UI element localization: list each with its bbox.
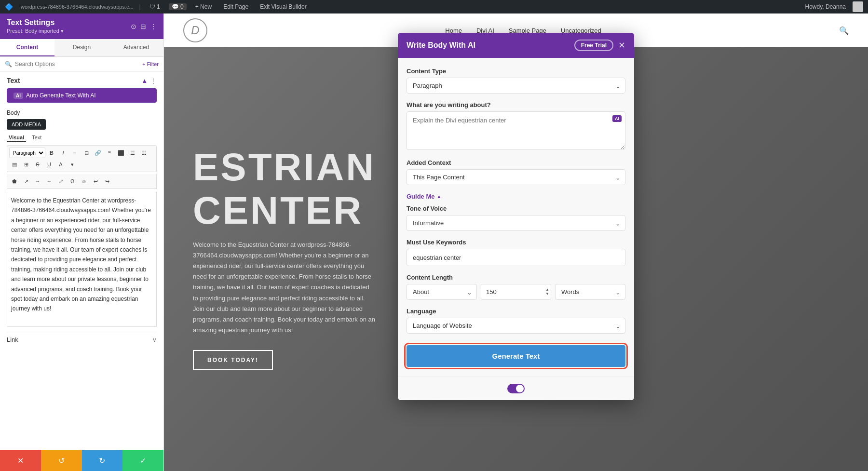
text-color-button[interactable]: A xyxy=(55,159,66,170)
new-button[interactable]: + New xyxy=(192,3,215,10)
words-select[interactable]: Words Sentences Paragraphs xyxy=(555,284,625,300)
number-down-button[interactable]: ▼ xyxy=(545,292,549,296)
link-chevron-icon[interactable]: ∨ xyxy=(152,336,157,343)
generate-text-button[interactable]: Generate Text xyxy=(407,345,625,367)
table-button[interactable]: ⊞ xyxy=(21,159,31,170)
about-select[interactable]: About Exactly At Least At Most xyxy=(407,284,477,300)
section-more-icon[interactable]: ⋮ xyxy=(150,77,157,84)
align-center-button[interactable]: ☰ xyxy=(127,148,138,158)
edit-page-button[interactable]: Edit Page xyxy=(220,3,251,10)
indent-button[interactable]: → xyxy=(32,176,43,187)
sidebar-focus-icon[interactable]: ⊙ xyxy=(131,23,136,30)
nav-search-icon[interactable]: 🔍 xyxy=(839,26,849,35)
book-today-button[interactable]: BOOK TODAY! xyxy=(193,350,273,370)
toggle-switch[interactable] xyxy=(507,384,525,393)
editor-text: Welcome to the Equestrian Center at word… xyxy=(11,197,151,312)
italic2-button[interactable]: ↗ xyxy=(21,176,31,187)
omega-button[interactable]: Ω xyxy=(67,176,78,187)
comments-item[interactable]: 💬 0 xyxy=(169,3,187,10)
align-right-button[interactable]: ☷ xyxy=(139,148,149,158)
free-trial-button[interactable]: Free Trial xyxy=(574,40,613,51)
section-collapse-icon[interactable]: ▲ xyxy=(141,77,148,84)
added-context-group: Added Context This Page Content None Cus… xyxy=(407,159,625,185)
filter-button[interactable]: + Filter xyxy=(142,61,159,67)
editor-tabs: Visual Text xyxy=(7,134,157,142)
hero-subtitle: Welcome to the Equestrian Center at word… xyxy=(193,240,376,336)
align-justify-button[interactable]: ▤ xyxy=(9,159,20,170)
content-length-group: Content Length About Exactly At Least At… xyxy=(407,274,625,300)
bold-button[interactable]: B xyxy=(46,148,57,158)
toggle-row xyxy=(407,384,625,393)
link-label: Link xyxy=(7,336,18,343)
save-button[interactable]: ✓ xyxy=(122,450,163,471)
tab-visual[interactable]: Visual xyxy=(7,134,26,142)
emoji-button[interactable]: ☺ xyxy=(79,176,89,187)
embed-button[interactable]: ⬟ xyxy=(9,176,20,187)
user-avatar xyxy=(853,1,863,12)
undo-button[interactable]: ↩ xyxy=(90,176,101,187)
keywords-input[interactable] xyxy=(407,249,625,266)
guide-me-label: Guide Me xyxy=(407,193,435,200)
howdy-user[interactable]: Howdy, Deanna xyxy=(802,3,849,10)
sidebar-footer: ✕ ↺ ↻ ✓ xyxy=(0,450,163,471)
shield-item[interactable]: 🛡 1 xyxy=(147,3,163,10)
added-context-select[interactable]: This Page Content None Custom xyxy=(407,169,625,185)
body-label: Body xyxy=(7,109,157,116)
paragraph-select[interactable]: Paragraph xyxy=(9,148,45,158)
word-count-input[interactable] xyxy=(481,284,551,300)
tab-text[interactable]: Text xyxy=(30,134,43,142)
redo2-button[interactable]: ↪ xyxy=(102,176,112,187)
text-section-header: Text ▲ ⋮ xyxy=(7,77,157,84)
modal-footer xyxy=(398,377,634,400)
wp-logo-icon[interactable]: 🔷 xyxy=(5,3,13,11)
language-group: Language Language of Website English Spa… xyxy=(407,308,625,334)
editor-content[interactable]: Welcome to the Equestrian Center at word… xyxy=(7,192,157,327)
modal-title: Write Body With AI xyxy=(407,41,475,50)
align-left-button[interactable]: ⬛ xyxy=(116,148,126,158)
sidebar-more-icon[interactable]: ⋮ xyxy=(150,23,157,30)
tab-design[interactable]: Design xyxy=(54,39,109,56)
sidebar-body: Text ▲ ⋮ AI Auto Generate Text With AI B… xyxy=(0,72,163,450)
added-context-label: Added Context xyxy=(407,159,625,166)
keywords-label: Must Use Keywords xyxy=(407,239,625,246)
search-input[interactable] xyxy=(15,61,139,67)
ordered-list-button[interactable]: ⊟ xyxy=(81,148,92,158)
sidebar-header-icons: ⊙ ⊟ ⋮ xyxy=(131,23,157,30)
sidebar-preset[interactable]: Preset: Body imported ▾ xyxy=(7,28,64,34)
cancel-button[interactable]: ✕ xyxy=(0,450,41,471)
add-media-button[interactable]: ADD MEDIA xyxy=(7,119,46,130)
site-url[interactable]: wordpress-784896-3766464.cloudwaysapps.c… xyxy=(21,4,134,10)
language-select[interactable]: Language of Website English Spanish Fren… xyxy=(407,318,625,334)
reset-button[interactable]: ↺ xyxy=(41,450,82,471)
writing-about-textarea[interactable] xyxy=(407,111,625,150)
sidebar-columns-icon[interactable]: ⊟ xyxy=(140,23,146,30)
tab-advanced[interactable]: Advanced xyxy=(109,39,163,56)
underline-button[interactable]: U xyxy=(44,159,54,170)
unordered-list-button[interactable]: ≡ xyxy=(69,148,80,158)
number-up-button[interactable]: ▲ xyxy=(545,288,549,292)
editor-toolbar: Paragraph B I ≡ ⊟ 🔗 ❝ ⬛ ☰ ☷ ▤ ⊞ S U A ▾ xyxy=(7,145,157,172)
more-options-button[interactable]: ▾ xyxy=(67,159,78,170)
auto-generate-button[interactable]: AI Auto Generate Text With AI xyxy=(7,88,157,103)
words-select-wrapper: Words Sentences Paragraphs xyxy=(555,284,625,300)
text-section-title: Text xyxy=(7,77,20,84)
link-button[interactable]: 🔗 xyxy=(93,148,103,158)
wp-admin-bar: 🔷 wordpress-784896-3766464.cloudwaysapps… xyxy=(0,0,868,13)
modal-close-button[interactable]: ✕ xyxy=(618,40,625,51)
tab-content[interactable]: Content xyxy=(0,39,54,56)
modal-header: Write Body With AI Free Trial ✕ xyxy=(398,33,634,58)
fullscreen-button[interactable]: ⤢ xyxy=(55,176,66,187)
redo-button[interactable]: ↻ xyxy=(82,450,123,471)
language-select-wrapper: Language of Website English Spanish Fren… xyxy=(407,318,625,334)
exit-visual-builder[interactable]: Exit Visual Builder xyxy=(257,3,310,10)
guide-me-link[interactable]: Guide Me ▲ xyxy=(407,193,625,200)
quote-button[interactable]: ❝ xyxy=(104,148,115,158)
content-type-select[interactable]: Paragraph List Heading Summary xyxy=(407,78,625,94)
content-length-label: Content Length xyxy=(407,274,625,281)
strikethrough-button[interactable]: S xyxy=(32,159,43,170)
outdent-button[interactable]: ← xyxy=(44,176,54,187)
auto-generate-label: Auto Generate Text With AI xyxy=(26,92,96,99)
italic-button[interactable]: I xyxy=(58,148,68,158)
tone-select[interactable]: Informative Casual Formal Professional xyxy=(407,215,625,231)
modal-header-right: Free Trial ✕ xyxy=(574,40,625,51)
